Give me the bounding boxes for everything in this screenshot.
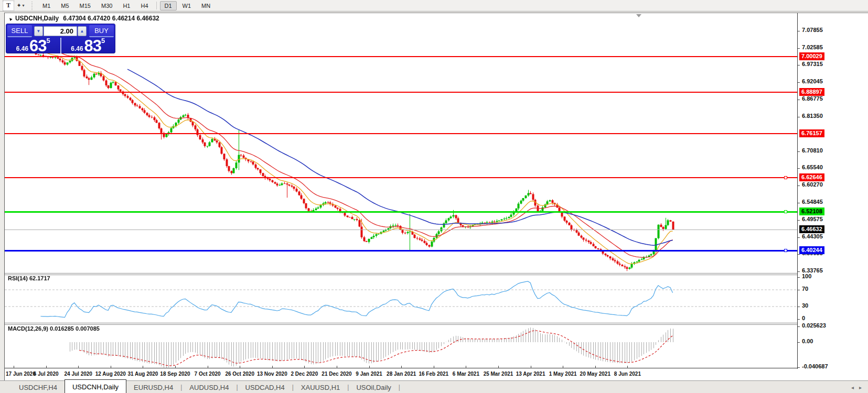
axis-tick: [798, 100, 800, 100]
axis-tick: [798, 342, 800, 343]
axis-tick: [798, 326, 800, 327]
axis-tick: [798, 203, 800, 203]
chart-tab-XAUUSDH1[interactable]: XAUUSD,H1: [294, 381, 347, 393]
chart-tab-list: USDCHF,H4USDCNH,DailyEURUSD,H4|AUDUSD,H4…: [0, 381, 400, 393]
sell-price-prefix: 6.46: [16, 45, 28, 53]
chart-tab-USDCADH4[interactable]: USDCAD,H4: [238, 381, 292, 393]
x-axis-label: 7 Oct 2020: [195, 371, 221, 377]
axis-tick: [798, 290, 800, 290]
buy-price-pip: 5: [101, 38, 105, 43]
y-axis-label: 7.07855: [802, 27, 823, 33]
volume-increase-button[interactable]: ▲: [78, 26, 87, 36]
sell-price-pip: 5: [47, 38, 50, 43]
buy-button[interactable]: BUY: [89, 25, 114, 37]
x-axis-label: 31 Aug 2020: [127, 371, 158, 377]
chart-symbol: USDCNH,Daily: [15, 15, 59, 22]
timeframe-button-H4[interactable]: H4: [136, 1, 153, 10]
macd-axis-label: -0.040687: [802, 363, 828, 369]
volume-decrease-button[interactable]: ▼: [34, 26, 43, 36]
tab-scroll-controls: ◂ ▸: [851, 385, 868, 390]
x-axis-label: 13 Nov 2020: [257, 371, 287, 377]
object-arrow-icon: ▲: [7, 15, 14, 22]
x-axis-label: 6 Mar 2021: [453, 371, 479, 377]
toolbar-grip: [30, 2, 34, 10]
y-axis-label: 6.86775: [802, 95, 823, 102]
rsi-axis-label: 70: [802, 286, 808, 292]
axis-tick: [798, 271, 800, 272]
x-axis-label: 9 Jan 2021: [356, 371, 382, 377]
buy-price-big: 83: [84, 39, 101, 53]
y-axis-label: 6.54845: [802, 199, 823, 205]
rsi-axis-label: 30: [802, 302, 808, 309]
trade-panel-controls: SELL ▼ ▲ BUY: [6, 24, 115, 37]
chart-tab-bar: USDCHF,H4USDCNH,DailyEURUSD,H4|AUDUSD,H4…: [0, 380, 868, 393]
y-axis-label: 6.60270: [802, 181, 823, 188]
text-tool-button[interactable]: T: [3, 1, 14, 11]
sell-button[interactable]: SELL: [7, 25, 32, 37]
timeframe-button-W1[interactable]: W1: [178, 1, 196, 10]
timeframe-button-H1[interactable]: H1: [118, 1, 135, 10]
y-axis-label: 6.70810: [802, 147, 823, 154]
timeframe-button-M5[interactable]: M5: [56, 1, 73, 10]
axis-tick: [798, 277, 800, 278]
chart-tab-AUDUSDH4[interactable]: AUDUSD,H4: [182, 381, 236, 393]
buy-price[interactable]: 6.46 83 5: [61, 38, 115, 53]
price-axis[interactable]: 7.078557.025856.973156.920456.867756.813…: [798, 13, 868, 369]
axis-tick: [798, 48, 800, 49]
chart-canvas[interactable]: [5, 13, 798, 369]
toolbar: T ✦ ▾ M1M5M15M30H1H4D1W1MN: [0, 0, 868, 12]
timeframe-button-M1[interactable]: M1: [38, 1, 55, 10]
x-axis-label: 13 Apr 2021: [516, 371, 545, 377]
chart-tab-USDCNHDaily[interactable]: USDCNH,Daily: [65, 379, 126, 393]
chart-style-icon: ✦: [16, 2, 21, 9]
toolbar-separator: [156, 2, 157, 9]
axis-tick: [798, 168, 800, 169]
axis-tick: [798, 237, 800, 238]
rsi-axis-label: 0: [802, 315, 805, 321]
x-axis-label: 1 May 2021: [549, 371, 577, 377]
x-axis-label: 6 Jul 2020: [34, 371, 59, 377]
tab-scroll-right-icon[interactable]: ▸: [859, 385, 862, 390]
y-axis-label: 6.81350: [802, 113, 823, 119]
y-axis-label: 6.65540: [802, 164, 823, 170]
timeframe-button-M15[interactable]: M15: [75, 1, 95, 10]
x-axis-label: 25 Mar 2021: [484, 371, 513, 377]
timeframe-button-D1[interactable]: D1: [160, 1, 177, 10]
axis-tick: [798, 319, 800, 320]
chart-tab-EURUSDH4[interactable]: EURUSD,H4: [126, 381, 180, 393]
tab-separator: |: [399, 384, 400, 391]
x-axis-label: 26 Oct 2020: [225, 371, 254, 377]
x-axis-label: 8 Jun 2021: [614, 371, 641, 377]
rsi-indicator-label: RSI(14) 62.1717: [8, 275, 50, 281]
axis-tick: [798, 367, 800, 368]
chart-tab-USDCHFH4[interactable]: USDCHF,H4: [12, 381, 65, 393]
tab-scroll-left-icon[interactable]: ◂: [851, 385, 854, 390]
axis-tick: [798, 82, 800, 83]
y-axis-label: 6.49575: [802, 216, 823, 222]
x-axis-label: 2 Dec 2020: [291, 371, 318, 377]
sell-price[interactable]: 6.46 63 5: [6, 38, 61, 53]
x-axis-label: 16 Feb 2021: [419, 371, 448, 377]
axis-tick: [798, 31, 800, 31]
timeframe-button-M30[interactable]: M30: [97, 1, 117, 10]
hline-price-label: 7.00029: [799, 52, 824, 60]
x-axis-label: 21 Dec 2020: [322, 371, 351, 377]
one-click-trading-panel: SELL ▼ ▲ BUY 6.46 63 5 6.46 83 5: [6, 24, 115, 53]
timeframe-button-MN[interactable]: MN: [197, 1, 215, 10]
hline-price-label: 6.88897: [799, 88, 824, 96]
volume-input[interactable]: [44, 26, 77, 36]
hline-price-label: 6.40244: [799, 246, 824, 254]
y-axis-label: 6.44305: [802, 233, 823, 239]
macd-axis-label: 0.025623: [802, 322, 826, 329]
chart-style-button[interactable]: ✦ ▾: [15, 1, 26, 10]
time-axis[interactable]: 17 Jun 20206 Jul 202024 Jul 202012 Aug 2…: [5, 371, 798, 379]
hline-price-label: 6.52108: [799, 208, 824, 215]
axis-tick: [798, 151, 800, 152]
y-axis-label: 6.97315: [802, 61, 823, 67]
chart-tab-USOilDaily[interactable]: USOil,Daily: [349, 381, 398, 393]
sell-price-big: 63: [29, 39, 46, 53]
axis-tick: [798, 220, 800, 221]
axis-tick: [798, 117, 800, 117]
chevron-down-icon: ▾: [23, 3, 25, 8]
chart-window: ▲USDCNH,Daily6.47304 6.47420 6.46214 6.4…: [4, 13, 868, 380]
